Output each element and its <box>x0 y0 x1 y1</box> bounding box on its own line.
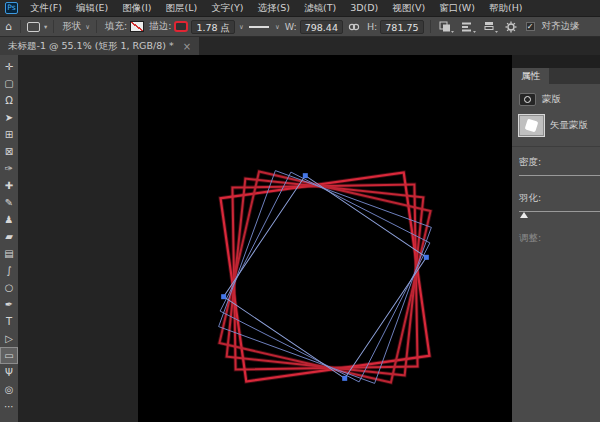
tool-path-selection[interactable]: ▷ <box>0 330 18 347</box>
chevron-down-icon[interactable]: ∨ <box>85 23 90 31</box>
shape-height-field[interactable]: 781.75 <box>380 20 423 34</box>
vector-path-outline <box>224 176 427 379</box>
fill-label: 填充: <box>105 20 127 33</box>
tool-frame[interactable]: ⊠ <box>0 143 18 160</box>
divider <box>512 146 600 147</box>
tool-crop[interactable]: ⊞ <box>0 126 18 143</box>
photoshop-window: Ps 文件(F)编辑(E)图像(I)图层(L)文字(Y)选择(S)滤镜(T)3D… <box>0 0 600 422</box>
menu-view[interactable]: 视图(V) <box>385 2 432 15</box>
chevron-down-icon[interactable]: ▾ <box>44 23 47 31</box>
fill-swatch-none[interactable] <box>130 21 144 32</box>
tool-smudge[interactable]: ∫ <box>0 262 18 279</box>
tool-preset-icon[interactable] <box>27 22 40 32</box>
chevron-down-icon[interactable]: ∨ <box>275 23 280 31</box>
width-label: W: <box>285 21 297 32</box>
menu-3d[interactable]: 3D(D) <box>343 2 385 15</box>
tool-pen[interactable]: ✒ <box>0 296 18 313</box>
document-tab-bar: 未标题-1 @ 55.1% (矩形 1, RGB/8) * × <box>0 37 600 55</box>
menu-type[interactable]: 文字(Y) <box>204 2 250 15</box>
gear-icon[interactable] <box>505 21 517 33</box>
refine-label: 调整: <box>519 232 593 245</box>
feather-slider-track[interactable] <box>519 211 600 212</box>
path-operations-icon[interactable] <box>439 21 454 33</box>
document-canvas[interactable] <box>138 55 512 422</box>
menu-layer[interactable]: 图层(L) <box>159 2 205 15</box>
mask-icon <box>519 93 536 106</box>
options-bar: ⌂ ▾ 形状 ∨ 填充: 描边: 1.78 点 ∨ ∨ W: 798.44 H:… <box>0 17 600 37</box>
photoshop-logo-icon: Ps <box>5 2 18 14</box>
mask-type-label: 矢量蒙版 <box>550 119 588 132</box>
properties-panel-body: 蒙版 矢量蒙版 密度: 羽化: 调整: <box>512 84 600 422</box>
stroke-color-swatch[interactable] <box>174 21 188 32</box>
properties-panel: 属性 蒙版 矢量蒙版 密度: 羽化: <box>512 55 600 422</box>
menu-image[interactable]: 图像(I) <box>115 2 158 15</box>
feather-slider-thumb[interactable] <box>520 212 528 218</box>
home-icon[interactable]: ⌂ <box>5 20 12 33</box>
tool-type[interactable]: T <box>0 313 18 330</box>
tool-rectangle[interactable]: ▭ <box>0 347 18 364</box>
rotated-square-shape <box>227 179 424 376</box>
density-slider[interactable] <box>519 175 593 183</box>
divider <box>96 20 97 33</box>
link-dimensions-icon[interactable] <box>348 22 360 32</box>
menu-items: 文件(F)编辑(E)图像(I)图层(L)文字(Y)选择(S)滤镜(T)3D(D)… <box>23 2 530 15</box>
menu-filter[interactable]: 滤镜(T) <box>297 2 343 15</box>
document-tab[interactable]: 未标题-1 @ 55.1% (矩形 1, RGB/8) * × <box>0 37 199 55</box>
path-arrangement-icon[interactable] <box>483 21 498 33</box>
shape-layers <box>138 55 512 422</box>
document-tab-title: 未标题-1 @ 55.1% (矩形 1, RGB/8) * <box>8 40 174 53</box>
tool-object-selection[interactable]: ➤ <box>0 109 18 126</box>
tool-clone-stamp[interactable]: ♟ <box>0 211 18 228</box>
panel-dock-spacer <box>512 55 600 68</box>
tool-mode-select[interactable]: 形状 <box>62 20 81 33</box>
divider <box>430 20 431 33</box>
divider <box>53 20 54 33</box>
tool-brush[interactable]: ✎ <box>0 194 18 211</box>
divider <box>20 20 21 33</box>
mask-header-label: 蒙版 <box>542 93 561 106</box>
tool-hand[interactable]: Ψ <box>0 364 18 381</box>
tool-eraser[interactable]: ▰ <box>0 228 18 245</box>
feather-slider[interactable] <box>519 211 593 219</box>
stroke-label: 描边: <box>149 20 171 33</box>
density-slider-track[interactable] <box>519 175 600 176</box>
stroke-width-field[interactable]: 1.78 点 <box>191 20 235 34</box>
anchor-point[interactable] <box>342 376 347 381</box>
tools-sidebar: ✛▢Ω➤⊞⊠✑✚✎♟▰▤∫○✒T▷▭Ψ◎⋯ <box>0 55 18 422</box>
tab-properties[interactable]: 属性 <box>512 68 549 84</box>
path-alignment-icon[interactable] <box>461 21 476 33</box>
workspace-background <box>18 55 512 422</box>
menu-file[interactable]: 文件(F) <box>23 2 69 15</box>
anchor-point[interactable] <box>424 255 429 260</box>
anchor-point[interactable] <box>221 294 226 299</box>
height-label: H: <box>367 21 377 32</box>
close-icon[interactable]: × <box>183 41 191 52</box>
tool-rect-marquee[interactable]: ▢ <box>0 75 18 92</box>
tool-lasso[interactable]: Ω <box>0 92 18 109</box>
tool-dodge[interactable]: ○ <box>0 279 18 296</box>
menu-help[interactable]: 帮助(H) <box>482 2 530 15</box>
stroke-style-preview[interactable] <box>249 26 269 28</box>
menu-edit[interactable]: 编辑(E) <box>69 2 115 15</box>
shape-width-field[interactable]: 798.44 <box>300 20 343 34</box>
vector-mask-thumbnail[interactable] <box>519 115 544 136</box>
chevron-down-icon[interactable]: ∨ <box>239 23 244 31</box>
tool-move[interactable]: ✛ <box>0 58 18 75</box>
tool-spot-healing[interactable]: ✚ <box>0 177 18 194</box>
tool-more[interactable]: ⋯ <box>0 398 18 415</box>
menu-bar: Ps 文件(F)编辑(E)图像(I)图层(L)文字(Y)选择(S)滤镜(T)3D… <box>0 0 600 17</box>
menu-window[interactable]: 窗口(W) <box>432 2 482 15</box>
rotated-square-shape <box>219 171 430 382</box>
tool-eyedropper[interactable]: ✑ <box>0 160 18 177</box>
anchor-point[interactable] <box>303 173 308 178</box>
tool-zoom[interactable]: ◎ <box>0 381 18 398</box>
feather-label: 羽化: <box>519 192 593 205</box>
menu-select[interactable]: 选择(S) <box>250 2 296 15</box>
align-edges-label: 对齐边缘 <box>542 20 580 33</box>
align-edges-checkbox[interactable]: ✓ <box>526 22 535 31</box>
panel-tab-strip: 属性 <box>512 68 600 84</box>
mask-header-row: 蒙版 <box>519 93 593 106</box>
tool-gradient[interactable]: ▤ <box>0 245 18 262</box>
shape-stroke-glow <box>227 179 424 376</box>
vector-mask-row: 矢量蒙版 <box>519 115 593 136</box>
